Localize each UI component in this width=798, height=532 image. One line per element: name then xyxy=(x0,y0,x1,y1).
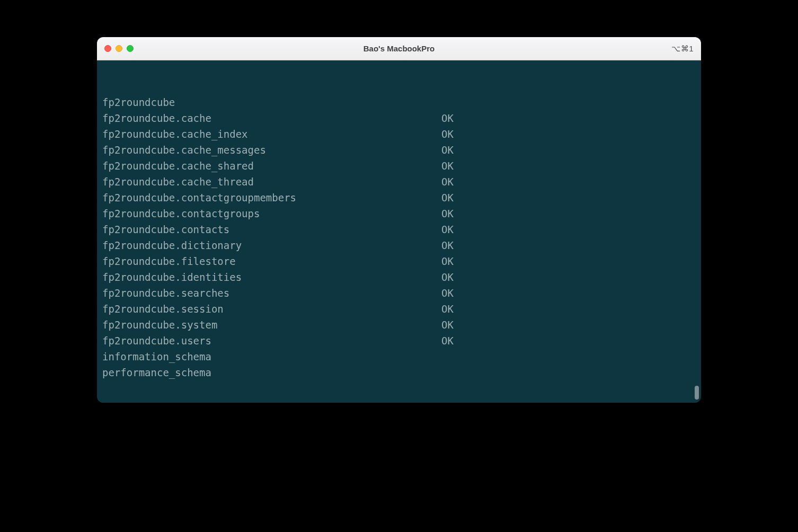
output-line: fp2roundcube.filestoreOK xyxy=(102,253,696,269)
output-line: fp2roundcube.identitiesOK xyxy=(102,269,696,285)
output-line: performance_schema xyxy=(102,365,696,380)
table-status: OK xyxy=(441,110,454,126)
table-name: fp2roundcube xyxy=(102,94,441,110)
table-name: fp2roundcube.contactgroupmembers xyxy=(102,190,441,206)
output-line: fp2roundcube.contactgroupmembersOK xyxy=(102,190,696,206)
output-line: fp2roundcube.usersOK xyxy=(102,333,696,349)
table-status: OK xyxy=(441,126,454,142)
window-title: Bao's MacbookPro xyxy=(363,44,435,53)
output-line: information_schema xyxy=(102,349,696,365)
output-line: fp2roundcube.cacheOK xyxy=(102,110,696,126)
table-status: OK xyxy=(441,174,454,190)
output-line: fp2roundcube.cache_indexOK xyxy=(102,126,696,142)
table-name: fp2roundcube.system xyxy=(102,317,441,333)
output-line: fp2roundcube.cache_messagesOK xyxy=(102,142,696,158)
output-line: fp2roundcube.systemOK xyxy=(102,317,696,333)
output-line: fp2roundcube.sessionOK xyxy=(102,301,696,317)
scrollbar-thumb[interactable] xyxy=(695,386,699,400)
titlebar[interactable]: Bao's MacbookPro ⌥⌘1 xyxy=(97,37,701,60)
table-status: OK xyxy=(441,253,454,269)
table-name: information_schema xyxy=(102,349,441,365)
table-status: OK xyxy=(441,190,454,206)
traffic-lights xyxy=(104,45,134,52)
output-line: fp2roundcube.dictionaryOK xyxy=(102,237,696,253)
table-name: fp2roundcube.users xyxy=(102,333,441,349)
table-name: fp2roundcube.cache_shared xyxy=(102,158,441,174)
table-status: OK xyxy=(441,301,454,317)
table-status: OK xyxy=(441,221,454,237)
table-status: OK xyxy=(441,142,454,158)
table-name: fp2roundcube.identities xyxy=(102,269,441,285)
output-line: fp2roundcube.contactsOK xyxy=(102,221,696,237)
table-name: fp2roundcube.cache_thread xyxy=(102,174,441,190)
output-line: fp2roundcube.contactgroupsOK xyxy=(102,206,696,221)
terminal-body[interactable]: fp2roundcubefp2roundcube.cacheOKfp2round… xyxy=(97,60,701,403)
table-name: fp2roundcube.cache_index xyxy=(102,126,441,142)
minimize-button[interactable] xyxy=(116,45,122,52)
table-name: fp2roundcube.filestore xyxy=(102,253,441,269)
output-line: fp2roundcube.cache_sharedOK xyxy=(102,158,696,174)
table-name: fp2roundcube.cache_messages xyxy=(102,142,441,158)
table-status: OK xyxy=(441,158,454,174)
terminal-window: Bao's MacbookPro ⌥⌘1 fp2roundcubefp2roun… xyxy=(97,37,701,403)
table-status: OK xyxy=(441,206,454,221)
table-name: fp2roundcube.searches xyxy=(102,285,441,301)
output-line: fp2roundcube.searchesOK xyxy=(102,285,696,301)
table-status: OK xyxy=(441,317,454,333)
output-line: fp2roundcube.cache_threadOK xyxy=(102,174,696,190)
table-name: fp2roundcube.cache xyxy=(102,110,441,126)
table-name: fp2roundcube.contacts xyxy=(102,221,441,237)
table-status: OK xyxy=(441,333,454,349)
output-line: fp2roundcube xyxy=(102,94,696,110)
maximize-button[interactable] xyxy=(127,45,134,52)
close-button[interactable] xyxy=(104,45,111,52)
table-status: OK xyxy=(441,237,454,253)
table-name: fp2roundcube.contactgroups xyxy=(102,206,441,221)
table-name: fp2roundcube.dictionary xyxy=(102,237,441,253)
table-status: OK xyxy=(441,285,454,301)
window-shortcut: ⌥⌘1 xyxy=(671,44,694,54)
table-name: performance_schema xyxy=(102,365,441,380)
table-name: fp2roundcube.session xyxy=(102,301,441,317)
table-status: OK xyxy=(441,269,454,285)
